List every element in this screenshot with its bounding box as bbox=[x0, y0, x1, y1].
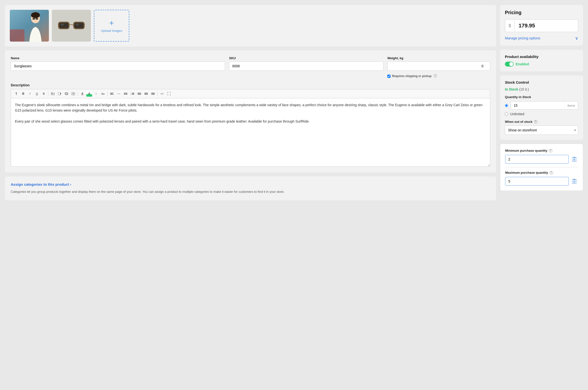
min-purchase-label: Minimum purchase quantity ? bbox=[505, 149, 578, 152]
stock-card: Stock Control In Stock (15 it.) Quantity… bbox=[500, 75, 583, 140]
min-purchase-input[interactable] bbox=[505, 155, 569, 164]
toolbar-align-left[interactable] bbox=[109, 91, 115, 97]
svg-text:3.: 3. bbox=[131, 94, 131, 95]
out-of-stock-section: When out of stock ? Show on storefront H… bbox=[505, 120, 578, 135]
svg-marker-40 bbox=[138, 93, 138, 94]
qty-number-radio[interactable] bbox=[505, 104, 508, 107]
toolbar-code[interactable]: <> bbox=[159, 91, 165, 97]
toolbar-video[interactable] bbox=[57, 91, 63, 97]
shipping-help-icon[interactable]: ? bbox=[433, 74, 437, 78]
availability-card: Product availability Enabled bbox=[500, 50, 583, 71]
out-of-stock-label-text: When out of stock bbox=[505, 120, 533, 124]
svg-point-25 bbox=[124, 93, 125, 93]
editor-toolbar: ¶ B I U S A A bbox=[11, 89, 490, 98]
categories-chevron-icon: › bbox=[70, 182, 71, 187]
toolbar-strikethrough[interactable]: S bbox=[41, 91, 47, 97]
image-thumb-1[interactable] bbox=[10, 10, 49, 42]
toolbar-bg-color[interactable]: A bbox=[86, 91, 92, 97]
toolbar-table[interactable] bbox=[70, 91, 76, 97]
min-purchase-delete-button[interactable] bbox=[571, 156, 578, 163]
shipping-checkbox[interactable] bbox=[387, 75, 391, 78]
toolbar-divider-1 bbox=[48, 92, 48, 96]
availability-toggle[interactable] bbox=[505, 62, 514, 67]
shipping-checkbox-row: Requires shipping or pickup ? bbox=[387, 74, 490, 78]
toolbar-align-justify[interactable] bbox=[150, 91, 156, 97]
sku-field-group: SKU bbox=[229, 56, 384, 71]
toolbar-text-size[interactable]: ↕ bbox=[93, 91, 99, 97]
toolbar-hr[interactable]: — bbox=[116, 91, 122, 97]
svg-marker-18 bbox=[60, 93, 61, 95]
images-section: + Upload Images bbox=[5, 5, 496, 47]
max-purchase-help-icon[interactable]: ? bbox=[550, 171, 553, 174]
categories-link-text: Assign categories to this product bbox=[11, 182, 69, 187]
weight-field-group: Weight, kg Requires shipping or pickup ? bbox=[387, 56, 490, 78]
toolbar-indent-less[interactable] bbox=[136, 91, 142, 97]
svg-point-3 bbox=[31, 12, 40, 18]
toolbar-image[interactable] bbox=[50, 91, 56, 97]
svg-point-26 bbox=[124, 93, 125, 94]
toolbar-indent-more[interactable] bbox=[143, 91, 149, 97]
toolbar-list-bullet[interactable] bbox=[123, 91, 128, 97]
pricing-title: Pricing bbox=[505, 10, 578, 15]
toolbar-list-num[interactable]: 1.2.3. bbox=[129, 91, 135, 97]
max-purchase-label: Maximum purchase quantity ? bbox=[505, 171, 578, 174]
in-stock-label: In Stock bbox=[505, 87, 518, 91]
qty-in-stock-label: Quantity in Stock bbox=[505, 95, 578, 99]
toolbar-font[interactable]: Aa bbox=[100, 91, 106, 97]
product-image-person bbox=[10, 10, 49, 42]
qty-number-input[interactable] bbox=[511, 101, 564, 109]
sku-input[interactable] bbox=[229, 61, 384, 71]
in-stock-quantity: (15 it.) bbox=[519, 87, 529, 91]
max-purchase-row bbox=[505, 177, 578, 186]
qty-unit-label: items bbox=[564, 102, 578, 109]
pricing-card: Pricing $ 179.95 Manage pricing options … bbox=[500, 5, 583, 46]
name-label: Name bbox=[11, 56, 225, 60]
svg-rect-17 bbox=[58, 92, 60, 95]
max-purchase-delete-button[interactable] bbox=[571, 178, 578, 185]
toolbar-divider-3 bbox=[107, 92, 108, 96]
image-thumb-2[interactable] bbox=[52, 10, 91, 42]
min-purchase-row bbox=[505, 155, 578, 164]
toolbar-text-color[interactable]: A bbox=[79, 91, 85, 97]
min-purchase-help-icon[interactable]: ? bbox=[549, 149, 552, 152]
desc-paragraph-2: Every pair of she wood select glasses co… bbox=[15, 119, 486, 124]
toolbar-paragraph[interactable]: ¶ bbox=[13, 91, 19, 97]
toolbar-bold[interactable]: B bbox=[20, 91, 26, 97]
shipping-label: Requires shipping or pickup bbox=[392, 74, 431, 78]
toolbar-italic[interactable]: I bbox=[27, 91, 33, 97]
svg-rect-10 bbox=[74, 23, 83, 28]
max-purchase-input[interactable] bbox=[505, 177, 569, 186]
product-form-card: Name SKU Weight, kg Requires shipping or… bbox=[5, 50, 496, 173]
manage-pricing-link[interactable]: Manage pricing options ∨ bbox=[505, 36, 578, 41]
manage-pricing-chevron-icon: ∨ bbox=[575, 36, 578, 41]
assign-categories-link[interactable]: Assign categories to this product › bbox=[11, 182, 490, 187]
weight-input[interactable] bbox=[387, 61, 490, 71]
out-of-stock-select[interactable]: Show on storefront Hide from storefront … bbox=[505, 126, 578, 135]
name-field-group: Name bbox=[11, 56, 225, 71]
toolbar-divider-4 bbox=[157, 92, 158, 96]
qty-input-wrap: items bbox=[510, 101, 578, 110]
name-input[interactable] bbox=[11, 61, 225, 71]
upload-images-button[interactable]: + Upload Images bbox=[94, 10, 129, 42]
max-purchase-label-text: Maximum purchase quantity bbox=[505, 171, 548, 174]
toolbar-underline[interactable]: U bbox=[34, 91, 40, 97]
stock-title: Stock Control bbox=[505, 80, 578, 84]
unlimited-radio-row: Unlimited bbox=[505, 112, 578, 116]
weight-label: Weight, kg bbox=[387, 56, 490, 60]
toolbar-link[interactable] bbox=[64, 91, 69, 97]
availability-status: Enabled bbox=[505, 62, 578, 67]
svg-point-14 bbox=[76, 23, 79, 25]
categories-card: Assign categories to this product › Cate… bbox=[5, 176, 496, 200]
availability-title: Product availability bbox=[505, 54, 578, 59]
description-editor[interactable]: The Eugene's sleek silhouette combines a… bbox=[11, 98, 490, 167]
section-separator bbox=[505, 167, 578, 167]
svg-marker-44 bbox=[147, 93, 148, 94]
toolbar-fullscreen[interactable] bbox=[166, 91, 172, 97]
upload-plus-icon: + bbox=[109, 19, 114, 27]
upload-label: Upload Images bbox=[101, 29, 122, 33]
out-of-stock-help-icon[interactable]: ? bbox=[534, 120, 537, 124]
images-row: + Upload Images bbox=[10, 10, 491, 42]
sku-label: SKU bbox=[229, 56, 384, 60]
svg-rect-4 bbox=[33, 18, 35, 20]
unlimited-radio[interactable] bbox=[505, 112, 508, 116]
